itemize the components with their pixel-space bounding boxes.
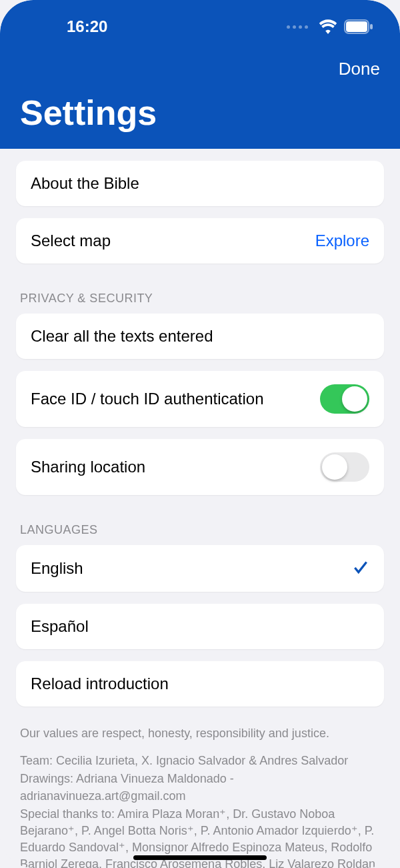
checkmark-icon — [352, 558, 369, 578]
faceid-row: Face ID / touch ID authentication — [16, 371, 384, 427]
select-map-label: Select map — [31, 232, 111, 250]
language-english-row[interactable]: English — [16, 545, 384, 592]
footer-drawings: Drawings: Adriana Vinueza Maldonado - ad… — [20, 771, 380, 804]
language-spanish-row[interactable]: Español — [16, 604, 384, 649]
faceid-label: Face ID / touch ID authentication — [31, 390, 264, 408]
page-title: Settings — [0, 79, 400, 149]
done-button[interactable]: Done — [339, 59, 380, 79]
language-spanish-label: Español — [31, 617, 89, 636]
svg-rect-2 — [370, 24, 373, 29]
sharing-location-row: Sharing location — [16, 439, 384, 495]
sharing-location-label: Sharing location — [31, 458, 145, 476]
language-english-label: English — [31, 559, 83, 578]
reload-introduction-row[interactable]: Reload introduction — [16, 661, 384, 707]
cellular-dots-icon — [287, 25, 308, 29]
home-indicator[interactable] — [133, 855, 267, 860]
status-time: 16:20 — [67, 17, 107, 36]
reload-introduction-label: Reload introduction — [31, 675, 169, 693]
privacy-security-header: Privacy & Security — [16, 276, 384, 314]
footer-team: Team: Cecilia Izurieta, X. Ignacio Salva… — [20, 753, 380, 769]
navbar: Done — [0, 40, 400, 79]
footer-text: Our values are respect, honesty, respons… — [16, 719, 384, 868]
faceid-toggle[interactable] — [320, 384, 369, 414]
status-right — [287, 19, 373, 34]
svg-rect-1 — [346, 21, 367, 32]
battery-icon — [344, 19, 373, 34]
clear-texts-label: Clear all the texts entered — [31, 327, 213, 346]
status-bar: 16:20 — [0, 0, 400, 40]
sharing-location-toggle[interactable] — [320, 452, 369, 482]
explore-link[interactable]: Explore — [315, 232, 369, 250]
footer-values: Our values are respect, honesty, respons… — [20, 725, 380, 742]
languages-header: Languages — [16, 507, 384, 545]
select-map-row[interactable]: Select map Explore — [16, 218, 384, 264]
clear-texts-row[interactable]: Clear all the texts entered — [16, 314, 384, 359]
header: 16:20 Done Settings — [0, 0, 400, 149]
wifi-icon — [319, 19, 337, 34]
content: About the Bible Select map Explore Priva… — [0, 149, 400, 868]
about-bible-row[interactable]: About the Bible — [16, 161, 384, 206]
about-bible-label: About the Bible — [31, 174, 139, 193]
